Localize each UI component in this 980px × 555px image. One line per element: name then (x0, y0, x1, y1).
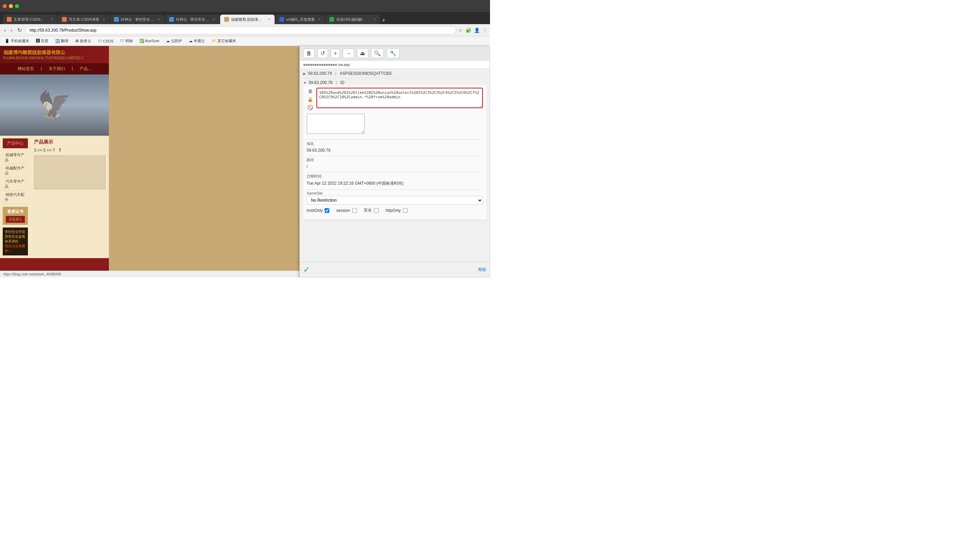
address-input[interactable] (25, 26, 456, 34)
star-icon[interactable]: ☆ (458, 27, 463, 33)
tab-5-active[interactable]: 福建雕塑,脱胎漆器,模... × (220, 14, 275, 24)
browser-chrome (0, 0, 490, 12)
close-button[interactable] (3, 4, 7, 8)
tab-2[interactable]: 写文章-CSDN博客 × (58, 14, 109, 24)
hostonly-label: hostOnly (307, 208, 323, 213)
status-url: https://blog.csdn.net/weixin_45488495 (3, 273, 61, 276)
cookie-value-textarea[interactable]: 105%20and%201%20like%202%20union%20selec… (316, 88, 483, 108)
bookmark-cloud[interactable]: ☁ 云防护 (164, 38, 184, 44)
bookmark-mingyu[interactable]: 🛡 明御 (118, 38, 134, 44)
nav-product[interactable]: 产品... (80, 66, 91, 72)
minimize-button[interactable] (9, 4, 13, 8)
tab-6[interactable]: url编码_百度搜索 × (275, 14, 325, 24)
tab-close-6[interactable]: × (318, 17, 321, 22)
cookie-empty-textarea[interactable] (307, 114, 365, 134)
cookie-session-header[interactable]: ▶ 59.63.200.79 | ASPSESSIONIDSQATTCBS (303, 71, 486, 76)
bookmark-translate[interactable]: 🔤 翻译 (53, 38, 71, 44)
sidebar-item-2[interactable]: ·机械配件产品 (3, 164, 28, 178)
delete-value-button[interactable]: 🗑 (307, 88, 314, 95)
sidebar-item-3[interactable]: ·汽车零件产品 (3, 178, 28, 191)
session-checkbox-item: session (336, 208, 357, 213)
tab-3[interactable]: 封神台 · 掌控安全在线... × (110, 14, 164, 24)
cert-btn-label: 点击进入 (8, 217, 22, 221)
block-button[interactable]: 🚫 (307, 104, 314, 111)
promo-title: 掌控安全学院 (5, 229, 26, 234)
bookmark-hua[interactable]: ☁ 华通云 (187, 38, 207, 44)
cert-btn[interactable]: 点击进入 (6, 216, 25, 223)
bookmark-acesure[interactable]: ✅ AceSure (138, 38, 162, 44)
tab-favicon-1 (7, 17, 11, 22)
bookmark-baidu[interactable]: 🅱 百度 (34, 38, 50, 44)
refresh-button[interactable]: ↻ (16, 26, 23, 34)
tab-1[interactable]: 文章管理-CSDN博客 × (3, 14, 57, 24)
expand-arrow-id: ▼ (303, 81, 307, 85)
search-button[interactable]: 🔍 (371, 48, 384, 58)
cookie-id-entry: ▼ 59.63.200.79 | ID 🗑 🔒 🚫 105%20and%2 (300, 78, 490, 221)
panel-url-text: ow.asp (338, 63, 350, 67)
tab-7[interactable]: 在线URL编码解码工具 × (325, 14, 380, 24)
import-button[interactable]: ⏏ (357, 48, 368, 58)
expand-arrow-session: ▶ (303, 72, 306, 75)
help-link[interactable]: 帮助 (478, 267, 486, 273)
delete-cookie-button[interactable]: 🗑 (303, 49, 315, 58)
sidebar: 产品中心 ·机械零件产品 ·机械配件产品 ·汽车零件产品 ·精密汽车配件 资质证… (0, 136, 31, 258)
separator-2: | (336, 80, 337, 85)
confirm-button[interactable]: ✓ (303, 265, 310, 274)
reset-button[interactable]: ↺ (318, 48, 328, 58)
secure-checkbox[interactable] (374, 208, 379, 213)
promo-free[interactable]: 现在点击免费学！ (5, 244, 26, 253)
tab-close-7[interactable]: × (373, 17, 376, 22)
hostonly-checkbox[interactable] (325, 208, 329, 213)
session-checkbox[interactable] (352, 208, 357, 213)
secure-checkbox-item: 安全 (364, 207, 379, 213)
settings-button[interactable]: 🔧 (387, 48, 400, 58)
menu-icon[interactable]: ⋮ (482, 27, 487, 33)
cookie-session-entry: ▶ 59.63.200.79 | ASPSESSIONIDSQATTCBS (300, 69, 490, 78)
path-label: 路径 (307, 157, 483, 162)
add-cookie-button[interactable]: + (331, 49, 340, 58)
bookmark-csos[interactable]: 🛡 CSOS (96, 38, 116, 44)
id-name: ID (340, 80, 344, 85)
samesite-select[interactable]: No Restriction Strict Lax None (307, 196, 483, 205)
tab-close-1[interactable]: × (51, 17, 53, 22)
export-button[interactable]: → (343, 49, 354, 58)
main-area: 福建博均雕塑脱胎漆器有限公 FUJIAN BOJUN DIAOSHU TUOTA… (0, 46, 490, 278)
cookie-id-header[interactable]: ▼ 59.63.200.79 | ID (303, 80, 486, 85)
domain-row: 域名 59.63.200.79 (307, 141, 483, 154)
id-domain: 59.63.200.79 (308, 80, 333, 85)
extension-icon[interactable]: 🧩 (466, 27, 471, 33)
expiry-value: Tue Apr 12 2022 19:22:16 GMT+0800 (中国标准时… (307, 180, 483, 188)
maximize-button[interactable] (15, 4, 19, 8)
traffic-lights (3, 4, 19, 8)
tab-close-2[interactable]: × (103, 17, 105, 22)
tab-4[interactable]: 封神台 · 掌控安全在线... × (165, 14, 220, 24)
current-page[interactable]: 7 (59, 148, 61, 153)
back-button[interactable]: ‹ (3, 27, 7, 34)
bookmark-gov[interactable]: 🏛 政务云 (73, 38, 93, 44)
banner-ornament: 🦅 (37, 89, 71, 121)
new-tab-button[interactable]: + (381, 17, 387, 24)
cert-section: 资质证书 点击进入 (3, 207, 28, 225)
sidebar-item-1[interactable]: ·机械零件产品 (3, 151, 28, 164)
httponly-checkbox-item: httpOnly (386, 208, 408, 213)
nav-about[interactable]: 关于我们 (49, 66, 65, 72)
tab-close-3[interactable]: × (158, 17, 160, 22)
value-row: 🗑 🔒 🚫 105%20and%201%20like%202%20union%2… (307, 88, 483, 111)
tab-close-5[interactable]: × (268, 17, 270, 22)
profile-icon[interactable]: 👤 (474, 27, 480, 33)
sidebar-item-4[interactable]: ·精密汽车配件 (3, 191, 28, 204)
nav-home[interactable]: 网站首页 (18, 66, 34, 72)
bookmark-mobile[interactable]: 📱 手机收藏夹 (3, 38, 31, 44)
product-section-title: 产品展示 (34, 139, 106, 145)
httponly-checkbox[interactable] (403, 208, 408, 213)
bookmark-others[interactable]: 📁 其它收藏夹 (210, 38, 238, 44)
action-buttons: 🗑 🔒 🚫 (307, 88, 314, 111)
tab-close-4[interactable]: × (213, 17, 215, 22)
tab-favicon-5 (224, 17, 229, 22)
lock-button[interactable]: 🔒 (307, 96, 314, 103)
samesite-label: SameSite (307, 191, 483, 195)
promo-section: 掌控安全学院 黑客安全渗透体系课程 现在点击免费学！ (3, 228, 28, 255)
forward-button[interactable]: › (9, 27, 14, 34)
address-bar: ‹ › ↻ ☆ 🧩 👤 ⋮ (0, 24, 490, 36)
company-name: 福建博均雕塑脱胎漆器有限公 (3, 49, 106, 56)
